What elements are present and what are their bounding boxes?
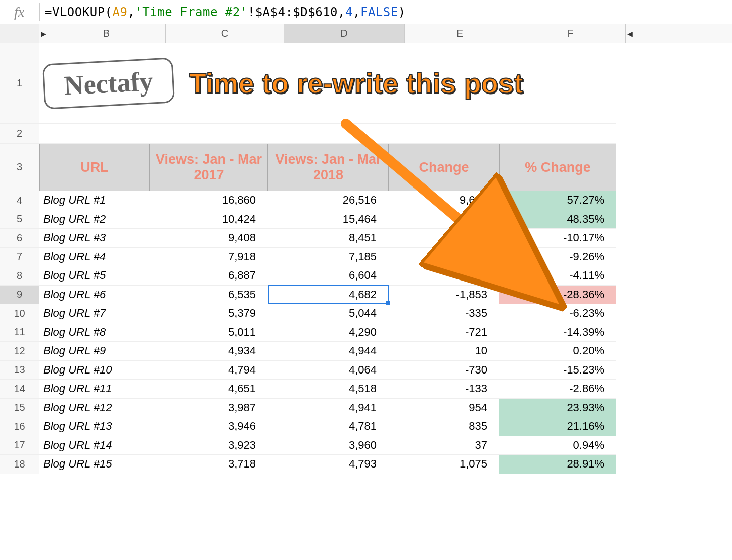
cell-pct-change[interactable]: 28.91%	[499, 455, 616, 474]
cell-change[interactable]: -733	[389, 248, 499, 266]
row-header[interactable]: 7	[0, 248, 39, 267]
cell-url[interactable]: Blog URL #9	[39, 342, 150, 360]
row-header[interactable]: 8	[0, 266, 39, 286]
cell-views-2017[interactable]: 3,946	[150, 417, 268, 436]
formula-input[interactable]: =VLOOKUP(A9,'Time Frame #2'!$A$4:$D$610,…	[45, 5, 406, 19]
cell-pct-change[interactable]: 0.94%	[499, 436, 616, 455]
cell-url[interactable]: Blog URL #7	[39, 304, 150, 323]
cell-url[interactable]: Blog URL #11	[39, 380, 150, 398]
cell-pct-change[interactable]: 57.27%	[499, 191, 616, 210]
cell-views-2017[interactable]: 4,651	[150, 380, 268, 398]
cell-pct-change[interactable]: 0.20%	[499, 342, 616, 360]
row-header[interactable]: 17	[0, 436, 39, 455]
cell-change[interactable]: 9,656	[389, 191, 499, 210]
cell-views-2017[interactable]: 6,535	[150, 286, 268, 304]
cell-url[interactable]: Blog URL #14	[39, 436, 150, 455]
cell-pct-change[interactable]: -10.17%	[499, 229, 616, 247]
cell-views-2018[interactable]: 5,044	[268, 304, 389, 323]
cell-change[interactable]: 10	[389, 342, 499, 360]
cell-change[interactable]: -721	[389, 323, 499, 342]
cell-views-2018[interactable]: 4,290	[268, 323, 389, 342]
cell-pct-change[interactable]: 23.93%	[499, 399, 616, 417]
cell-views-2018[interactable]: 3,960	[268, 436, 389, 455]
row-header[interactable]: 15	[0, 399, 39, 418]
cell-pct-change[interactable]: -15.23%	[499, 361, 616, 380]
row-header[interactable]: 18	[0, 455, 39, 474]
select-all-corner[interactable]	[0, 24, 39, 43]
row-header[interactable]: 12	[0, 342, 39, 361]
cell-change[interactable]: -730	[389, 361, 499, 380]
cell-views-2018[interactable]: 4,944	[268, 342, 389, 360]
cell-url[interactable]: Blog URL #1	[39, 191, 150, 210]
cell-views-2017[interactable]: 16,860	[150, 191, 268, 210]
cell-url[interactable]: Blog URL #6	[39, 286, 150, 304]
row-header[interactable]: 13	[0, 361, 39, 380]
row-header[interactable]: 10	[0, 304, 39, 323]
cell-pct-change[interactable]: 21.16%	[499, 417, 616, 436]
cell-views-2018[interactable]: 4,518	[268, 380, 389, 398]
cell-views-2017[interactable]: 3,923	[150, 436, 268, 455]
cell-change[interactable]: -133	[389, 380, 499, 398]
cell-url[interactable]: Blog URL #15	[39, 455, 150, 474]
row-header[interactable]: 2	[0, 124, 39, 144]
cell-url[interactable]: Blog URL #5	[39, 266, 150, 285]
cell-change[interactable]: -957	[389, 229, 499, 247]
cell-change[interactable]: -335	[389, 304, 499, 323]
cell-views-2017[interactable]: 4,934	[150, 342, 268, 360]
cell-views-2017[interactable]: 9,408	[150, 229, 268, 247]
scroll-right-icon[interactable]: ◀	[626, 24, 634, 43]
cell-views-2018[interactable]: 6,604	[268, 266, 389, 285]
col-header-C[interactable]: C	[166, 24, 284, 43]
cell-pct-change[interactable]: -4.11%	[499, 266, 616, 285]
cell-pct-change[interactable]: -28.36%	[499, 286, 616, 304]
cell-views-2017[interactable]: 5,379	[150, 304, 268, 323]
col-header-E[interactable]: E	[405, 24, 515, 43]
row-header[interactable]: 6	[0, 229, 39, 248]
cell-views-2017[interactable]: 10,424	[150, 210, 268, 229]
cell-views-2017[interactable]: 3,718	[150, 455, 268, 474]
cell-views-2018[interactable]: 4,682	[268, 286, 389, 304]
row-header[interactable]: 4	[0, 191, 39, 210]
cell-url[interactable]: Blog URL #3	[39, 229, 150, 247]
cell-url[interactable]: Blog URL #12	[39, 399, 150, 417]
cell-url[interactable]: Blog URL #13	[39, 417, 150, 436]
row-header[interactable]: 14	[0, 380, 39, 399]
col-header-B[interactable]: B	[47, 24, 166, 43]
row-header[interactable]: 5	[0, 210, 39, 229]
cell-views-2017[interactable]: 6,887	[150, 266, 268, 285]
cell-views-2018[interactable]: 7,185	[268, 248, 389, 266]
cell-views-2017[interactable]: 4,794	[150, 361, 268, 380]
cell-pct-change[interactable]: -9.26%	[499, 248, 616, 266]
cell-views-2018[interactable]: 4,781	[268, 417, 389, 436]
cell-change[interactable]: -1,853	[389, 286, 499, 304]
cell-views-2018[interactable]: 15,464	[268, 210, 389, 229]
cell-pct-change[interactable]: -14.39%	[499, 323, 616, 342]
cell-views-2018[interactable]: 4,793	[268, 455, 389, 474]
cell-change[interactable]: 835	[389, 417, 499, 436]
row-header[interactable]: 9	[0, 286, 39, 305]
cell-url[interactable]: Blog URL #2	[39, 210, 150, 229]
cell-views-2017[interactable]: 5,011	[150, 323, 268, 342]
cell-change[interactable]: 5,040	[389, 210, 499, 229]
cell-change[interactable]: 37	[389, 436, 499, 455]
cell-views-2018[interactable]: 26,516	[268, 191, 389, 210]
row-header[interactable]: 16	[0, 417, 39, 436]
cell-change[interactable]: 954	[389, 399, 499, 417]
cell-pct-change[interactable]: -2.86%	[499, 380, 616, 398]
cell-pct-change[interactable]: -6.23%	[499, 304, 616, 323]
cell-views-2018[interactable]: 4,064	[268, 361, 389, 380]
scroll-left-icon[interactable]: ▶	[39, 24, 47, 43]
cell-views-2017[interactable]: 7,918	[150, 248, 268, 266]
row-header[interactable]: 3	[0, 144, 39, 191]
cell-url[interactable]: Blog URL #8	[39, 323, 150, 342]
cell-views-2017[interactable]: 3,987	[150, 399, 268, 417]
cell-views-2018[interactable]: 4,941	[268, 399, 389, 417]
cell-change[interactable]: -283	[389, 266, 499, 285]
cell-url[interactable]: Blog URL #4	[39, 248, 150, 266]
cell-views-2018[interactable]: 8,451	[268, 229, 389, 247]
cell-change[interactable]: 1,075	[389, 455, 499, 474]
col-header-D[interactable]: D	[284, 24, 405, 43]
col-header-F[interactable]: F	[515, 24, 626, 43]
row-header[interactable]: 11	[0, 323, 39, 342]
cell-pct-change[interactable]: 48.35%	[499, 210, 616, 229]
